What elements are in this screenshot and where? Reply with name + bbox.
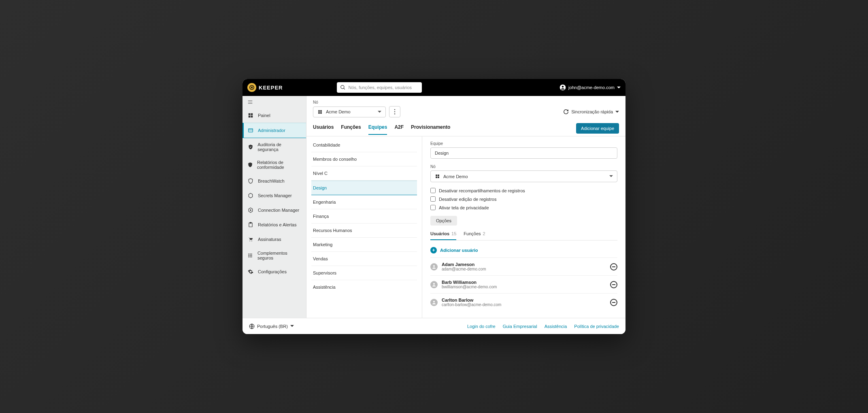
main-tabs: Usuários Funções Equipes A2F Provisionam… bbox=[313, 124, 450, 135]
checkbox-disable-edit[interactable]: Desativar edição de registros bbox=[430, 196, 617, 202]
chevron-down-icon bbox=[290, 324, 294, 328]
sidebar-item-configuracoes[interactable]: Configurações bbox=[243, 264, 306, 279]
team-item-membros-conselho[interactable]: Membros do conselho bbox=[311, 152, 417, 166]
team-list: Contabilidade Membros do conselho Nível … bbox=[306, 136, 422, 318]
brand-name: KEEPER bbox=[259, 85, 283, 91]
sidebar-item-label: BreachWatch bbox=[258, 179, 285, 183]
hexagon-icon bbox=[247, 192, 254, 199]
footer-link-assistencia[interactable]: Assistência bbox=[545, 324, 567, 329]
svg-rect-35 bbox=[436, 175, 437, 176]
checkbox-input[interactable] bbox=[430, 188, 436, 193]
shield-icon bbox=[247, 162, 253, 168]
tab-usuarios[interactable]: Usuários bbox=[313, 124, 334, 135]
svg-point-24 bbox=[251, 255, 252, 256]
node-label: Nó bbox=[313, 100, 619, 104]
subtab-funcoes[interactable]: Funções 2 bbox=[464, 231, 485, 240]
checkbox-input[interactable] bbox=[430, 205, 436, 210]
team-name-label: Equipe bbox=[430, 141, 617, 146]
footer: Português (BR) Login do cofre Guia Empre… bbox=[243, 318, 625, 334]
main-header: Nó Acme Demo bbox=[306, 96, 625, 117]
team-item-supervisors[interactable]: Supervisors bbox=[311, 266, 417, 280]
sidebar-item-painel[interactable]: Painel bbox=[243, 108, 306, 123]
footer-link-login-cofre[interactable]: Login do cofre bbox=[467, 324, 496, 329]
sidebar-item-connection-manager[interactable]: Connection Manager bbox=[243, 203, 306, 217]
team-item-marketing[interactable]: Marketing bbox=[311, 238, 417, 252]
node-more-button[interactable] bbox=[389, 106, 400, 117]
team-item-financa[interactable]: Finança bbox=[311, 209, 417, 224]
sidebar-item-administrador[interactable]: Administrador bbox=[243, 123, 306, 138]
checkbox-input[interactable] bbox=[430, 196, 436, 202]
search-icon bbox=[340, 85, 346, 90]
tab-provisionamento[interactable]: Provisionamento bbox=[411, 124, 450, 135]
sidebar-item-complementos[interactable]: Complementos seguros bbox=[243, 247, 306, 264]
sidebar-item-relatorios-conformidade[interactable]: Relatórios de conformidade bbox=[243, 156, 306, 174]
team-item-vendas[interactable]: Vendas bbox=[311, 252, 417, 266]
team-item-design[interactable]: Design bbox=[311, 181, 417, 195]
sidebar-item-secrets-manager[interactable]: Secrets Manager bbox=[243, 188, 306, 203]
globe-icon bbox=[249, 324, 255, 329]
language-selector[interactable]: Português (BR) bbox=[249, 324, 294, 329]
subtab-count: 2 bbox=[483, 231, 485, 236]
subtab-count: 15 bbox=[451, 231, 456, 236]
sidebar-item-assinaturas[interactable]: Assinaturas bbox=[243, 232, 306, 247]
global-search[interactable] bbox=[337, 82, 422, 93]
svg-point-19 bbox=[249, 253, 249, 254]
detail-subtabs: Usuários 15 Funções 2 bbox=[430, 231, 617, 241]
sidebar-item-breachwatch[interactable]: BreachWatch bbox=[243, 174, 306, 188]
user-email: adam@acme-demo.com bbox=[442, 267, 606, 271]
team-item-engenharia[interactable]: Engenharia bbox=[311, 195, 417, 209]
avatar-icon bbox=[430, 281, 438, 288]
svg-rect-16 bbox=[250, 222, 251, 223]
team-item-rh[interactable]: Recursos Humanos bbox=[311, 224, 417, 238]
svg-rect-30 bbox=[318, 112, 320, 114]
sidebar-toggle[interactable] bbox=[243, 96, 306, 108]
checkbox-privacy-screen[interactable]: Ativar tela de privacidade bbox=[430, 205, 617, 210]
options-button[interactable]: Opções bbox=[430, 216, 457, 226]
sidebar-item-auditoria[interactable]: Auditoria de segurança bbox=[243, 138, 306, 156]
sidebar-item-label: Configurações bbox=[258, 269, 287, 274]
team-item-nivel-c[interactable]: Nível C bbox=[311, 166, 417, 181]
refresh-icon bbox=[563, 109, 569, 115]
org-icon bbox=[317, 109, 323, 115]
sync-dropdown[interactable]: Sincronização rápida bbox=[563, 109, 619, 115]
dashboard-icon bbox=[247, 112, 254, 119]
node-select[interactable]: Acme Demo bbox=[313, 106, 386, 117]
remove-user-button[interactable] bbox=[610, 263, 617, 270]
tab-equipes[interactable]: Equipes bbox=[368, 124, 387, 135]
remove-user-button[interactable] bbox=[610, 281, 617, 288]
footer-link-guia-empresarial[interactable]: Guia Empresarial bbox=[503, 324, 537, 329]
chevron-down-icon bbox=[617, 86, 621, 89]
body: Painel Administrador Auditoria de segura… bbox=[243, 96, 625, 318]
team-detail: Equipe Nó Acme Demo Desativar recomparti… bbox=[422, 136, 625, 318]
svg-rect-10 bbox=[249, 116, 251, 118]
sidebar-item-label: Relatórios de conformidade bbox=[257, 160, 301, 170]
plus-icon: + bbox=[430, 247, 437, 253]
tab-funcoes[interactable]: Funções bbox=[341, 124, 361, 135]
team-node-select[interactable]: Acme Demo bbox=[430, 170, 617, 182]
search-input[interactable] bbox=[348, 85, 419, 90]
team-item-contabilidade[interactable]: Contabilidade bbox=[311, 138, 417, 152]
account-menu[interactable]: john@acme-demo.com bbox=[560, 84, 621, 91]
svg-rect-29 bbox=[320, 110, 322, 112]
sidebar-item-relatorios-alertas[interactable]: Relatórios e Alertas bbox=[243, 217, 306, 232]
subtab-label: Usuários bbox=[430, 231, 449, 236]
team-name-input[interactable] bbox=[430, 147, 617, 159]
user-email: bwilliamson@acme-demo.com bbox=[442, 285, 606, 289]
remove-user-button[interactable] bbox=[610, 299, 617, 306]
add-team-button[interactable]: Adicionar equipe bbox=[576, 123, 619, 134]
checkbox-label: Ativar tela de privacidade bbox=[439, 205, 489, 210]
svg-rect-12 bbox=[249, 129, 253, 132]
svg-point-27 bbox=[251, 256, 252, 257]
subtab-usuarios[interactable]: Usuários 15 bbox=[430, 231, 456, 240]
team-item-assistencia[interactable]: Assistência bbox=[311, 280, 417, 294]
svg-rect-40 bbox=[612, 266, 615, 267]
svg-point-22 bbox=[249, 255, 249, 256]
svg-line-2 bbox=[344, 88, 345, 89]
content: Contabilidade Membros do conselho Nível … bbox=[306, 136, 625, 318]
hexagon-dot-icon bbox=[247, 207, 254, 213]
footer-link-politica-privacidade[interactable]: Política de privacidade bbox=[574, 324, 619, 329]
checkbox-disable-reshare[interactable]: Desativar recompartilhamentos de registr… bbox=[430, 188, 617, 193]
add-user-button[interactable]: + Adicionar usuário bbox=[430, 245, 617, 258]
tab-a2f[interactable]: A2F bbox=[394, 124, 404, 135]
svg-point-33 bbox=[394, 111, 396, 113]
